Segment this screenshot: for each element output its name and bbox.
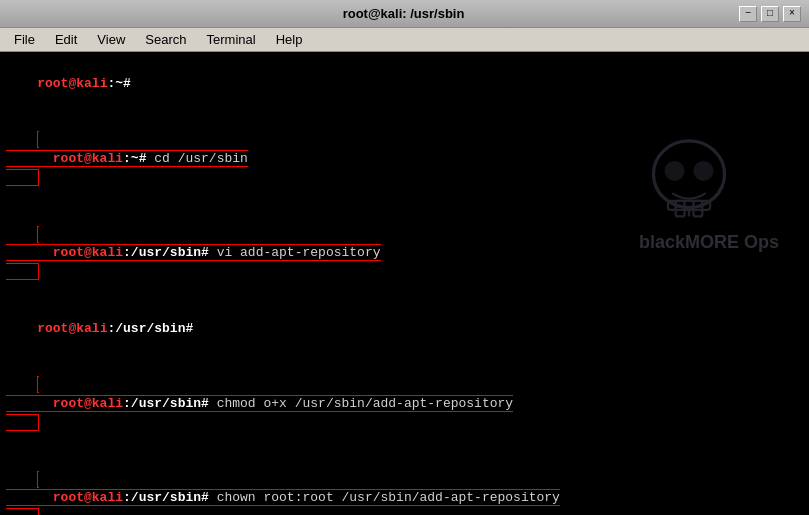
- titlebar: root@kali: /usr/sbin − □ ×: [0, 0, 809, 28]
- terminal-line: root@kali:~# cd /usr/sbin: [6, 113, 803, 207]
- window-controls[interactable]: − □ ×: [739, 6, 801, 22]
- terminal-line: root@kali:/usr/sbin#: [6, 301, 803, 358]
- minimize-button[interactable]: −: [739, 6, 757, 22]
- menu-view[interactable]: View: [87, 30, 135, 49]
- terminal-line: root@kali:/usr/sbin# chmod o+x /usr/sbin…: [6, 358, 803, 452]
- menu-terminal[interactable]: Terminal: [197, 30, 266, 49]
- terminal-line: root@kali:~#: [6, 56, 803, 113]
- terminal-line: root@kali:/usr/sbin# chown root:root /us…: [6, 452, 803, 515]
- menu-file[interactable]: File: [4, 30, 45, 49]
- close-button[interactable]: ×: [783, 6, 801, 22]
- terminal-line: root@kali:/usr/sbin# vi add-apt-reposito…: [6, 207, 803, 301]
- menu-search[interactable]: Search: [135, 30, 196, 49]
- terminal[interactable]: root@kali:~# root@kali:~# cd /usr/sbin r…: [0, 52, 809, 515]
- window-title: root@kali: /usr/sbin: [68, 6, 739, 21]
- menu-edit[interactable]: Edit: [45, 30, 87, 49]
- menubar: File Edit View Search Terminal Help: [0, 28, 809, 52]
- maximize-button[interactable]: □: [761, 6, 779, 22]
- menu-help[interactable]: Help: [266, 30, 313, 49]
